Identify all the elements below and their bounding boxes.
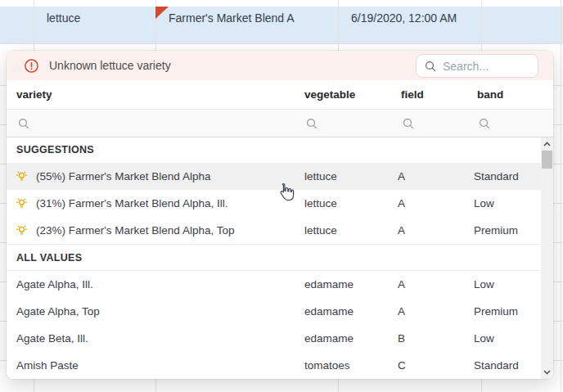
results-list: SUGGESTIONS (55%) Farmer's Market Blend … [7, 137, 553, 379]
grid-line [561, 0, 561, 392]
screen: lettuce Farmer's Market Blend A 6/19/202… [0, 0, 563, 392]
row-field: B [398, 325, 405, 352]
suggestion-row[interactable]: (31%) Farmer's Market Blend Alpha, Ill. … [7, 190, 553, 217]
column-header-band[interactable]: band [477, 80, 503, 110]
search-placeholder: Search... [443, 60, 489, 73]
row-variety: (55%) Farmer's Market Blend Alpha [36, 163, 210, 190]
suggestion-row[interactable]: (23%) Farmer's Market Blend Alpha, Top l… [7, 217, 553, 244]
scrollbar[interactable] [541, 137, 553, 379]
search-icon [403, 118, 414, 129]
lightbulb-icon [16, 197, 28, 210]
row-variety: Agate Alpha, Ill. [16, 271, 93, 298]
row-field: A [398, 298, 405, 325]
row-field: A [398, 217, 405, 244]
row-variety: Agate Alpha, Top [16, 298, 100, 325]
row-vegetable: edamame [304, 325, 354, 352]
search-icon [425, 61, 436, 72]
filter-input-band[interactable] [479, 110, 490, 137]
row-band: Standard [474, 352, 519, 379]
filter-row [7, 110, 553, 137]
filter-input-variety[interactable] [18, 110, 29, 137]
cell-vegetable[interactable]: lettuce [47, 0, 80, 37]
row-variety: Agate Beta, Ill. [16, 325, 88, 352]
row-variety: (31%) Farmer's Market Blend Alpha, Ill. [36, 190, 227, 217]
section-header-all-values: ALL VALUES [7, 244, 553, 271]
row-band: Low [474, 190, 494, 217]
row-band: Premium [474, 217, 518, 244]
alert-message: Unknown lettuce variety [49, 59, 171, 72]
column-header-row: variety vegetable field band [7, 80, 553, 110]
scrollbar-thumb[interactable] [542, 151, 552, 169]
row-field: A [398, 271, 405, 298]
column-header-variety[interactable]: variety [16, 80, 52, 110]
search-icon [18, 118, 29, 129]
row-variety: Amish Paste [16, 352, 79, 379]
value-row[interactable]: Agate Alpha, Top edamame A Premium [7, 298, 553, 325]
value-row[interactable]: Agate Alpha, Ill. edamame A Low [7, 271, 553, 298]
lightbulb-icon [16, 170, 28, 182]
row-band: Low [474, 271, 494, 298]
row-vegetable: lettuce [304, 190, 337, 217]
row-variety: (23%) Farmer's Market Blend Alpha, Top [36, 217, 234, 244]
row-field: A [398, 163, 405, 190]
alert-bar: Unknown lettuce variety Search... [7, 51, 553, 80]
scroll-down-icon[interactable] [541, 367, 553, 378]
suggestion-row[interactable]: (55%) Farmer's Market Blend Alpha lettuc… [7, 163, 553, 190]
scroll-up-icon[interactable] [541, 138, 553, 150]
autocomplete-popup: Unknown lettuce variety Search... variet… [7, 51, 553, 379]
lightbulb-icon [16, 224, 28, 237]
row-field: A [398, 190, 405, 217]
row-vegetable: edamame [304, 271, 354, 298]
column-header-field[interactable]: field [401, 80, 424, 110]
search-icon [479, 118, 490, 129]
search-input[interactable]: Search... [416, 54, 538, 78]
section-header-suggestions: SUGGESTIONS [7, 137, 553, 163]
alert-circle-icon [25, 59, 38, 73]
cell-variety[interactable]: Farmer's Market Blend A [169, 0, 295, 37]
filter-input-field[interactable] [403, 110, 414, 137]
cell-date[interactable]: 6/19/2020, 12:00 AM [351, 0, 457, 37]
row-band: Low [474, 325, 494, 352]
search-icon [306, 118, 318, 129]
grid-line [0, 43, 563, 44]
row-band: Premium [474, 298, 518, 325]
column-header-vegetable[interactable]: vegetable [304, 80, 355, 110]
row-band: Standard [474, 163, 519, 190]
value-row[interactable]: Agate Beta, Ill. edamame B Low [7, 325, 553, 352]
row-vegetable: edamame [304, 298, 354, 325]
value-row[interactable]: Amish Paste tomatoes C Standard [7, 352, 553, 379]
error-flag-icon [155, 7, 169, 19]
row-vegetable: lettuce [304, 163, 337, 190]
row-field: C [398, 352, 406, 379]
row-vegetable: lettuce [304, 217, 337, 244]
filter-input-vegetable[interactable] [306, 110, 318, 137]
row-vegetable: tomatoes [304, 352, 350, 379]
